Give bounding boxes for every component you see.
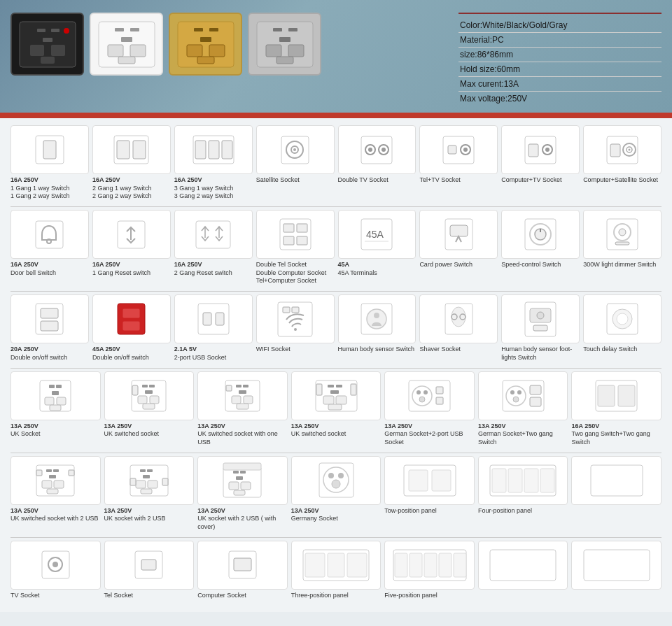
svg-rect-169 <box>147 469 153 472</box>
svg-rect-211 <box>410 553 422 577</box>
grid-cell-c5: Double TV Socket <box>338 125 416 185</box>
svg-rect-3 <box>43 38 52 42</box>
svg-point-59 <box>629 148 631 150</box>
product-img-gold <box>169 13 242 76</box>
svg-rect-86 <box>122 308 140 318</box>
grid-cell-c2: 16A 250V2 Gang 1 way Switch2 Gang 2 way … <box>92 125 171 201</box>
item-box-g2 <box>104 456 195 505</box>
grid-cell-e4: WIFI Socket <box>256 294 335 354</box>
svg-rect-134 <box>336 385 342 387</box>
svg-rect-165 <box>36 470 42 476</box>
svg-rect-121 <box>150 396 159 404</box>
item-box-c6 <box>419 125 498 174</box>
svg-rect-212 <box>424 553 437 577</box>
product-white <box>90 13 163 78</box>
svg-rect-16 <box>194 28 203 31</box>
svg-rect-66 <box>297 224 307 232</box>
svg-point-186 <box>328 473 334 478</box>
item-label-d6: Card power Switch <box>419 261 472 269</box>
item-label-h5: Five-position panel <box>384 592 438 600</box>
svg-rect-119 <box>145 390 153 394</box>
grid-cell-f2: 13A 250VUK switched socket <box>104 371 195 439</box>
svg-rect-193 <box>492 469 506 492</box>
svg-rect-26 <box>266 45 281 57</box>
item-label-g2: 13A 250VUK socket with 2 USB <box>104 507 166 523</box>
grid-cell-e7: Human body sensor foot-lights Switch <box>501 294 580 362</box>
svg-rect-146 <box>436 387 443 394</box>
svg-rect-126 <box>243 385 248 387</box>
svg-rect-56 <box>610 144 620 157</box>
header-right: Color:White/Black/Gold/GrayMaterial:PCsi… <box>451 7 662 106</box>
svg-point-104 <box>537 312 544 319</box>
item-label-g4: 13A 250VGermany Socket <box>291 507 338 523</box>
svg-rect-11 <box>121 37 132 42</box>
svg-rect-125 <box>236 385 241 387</box>
svg-rect-175 <box>162 478 168 485</box>
grid-cell-f6: 13A 250VGerman Socket+Two gang Switch <box>478 371 568 447</box>
grid-cell-g6: Four-position panel <box>478 456 568 515</box>
item-box-e3 <box>174 294 253 343</box>
svg-rect-123 <box>132 385 138 395</box>
svg-rect-215 <box>490 550 556 581</box>
black-socket-svg <box>16 18 79 71</box>
item-label-d3: 16A 250V2 Gang Reset switch <box>174 261 232 277</box>
grid-cell-h3: Computer Socket <box>197 541 288 600</box>
grid-cell-h4: Three-position panel <box>291 541 382 600</box>
item-box-h3 <box>197 541 288 590</box>
grid-cell-c3: 16A 250V3 Gang 1 way Switch3 Gang 2 way … <box>174 125 253 201</box>
param-row: Material:PC <box>458 33 662 48</box>
grid-row-1: 16A 250VDoor bell Switch16A 250V1 Gang R… <box>10 210 662 285</box>
section-divider-4 <box>10 537 662 538</box>
item-box-c5 <box>338 125 416 174</box>
item-box-c2 <box>92 125 171 174</box>
svg-rect-21 <box>197 57 214 64</box>
svg-rect-24 <box>288 28 298 31</box>
grid-cell-g3: 13A 250VUK socket with 2 USB ( with cove… <box>197 456 288 532</box>
item-label-e1: 20A 250VDouble on/off switch <box>10 346 67 362</box>
item-label-c5: Double TV Socket <box>338 176 388 185</box>
svg-point-151 <box>517 390 522 394</box>
svg-rect-161 <box>49 475 56 478</box>
svg-rect-12 <box>108 45 123 57</box>
grid-cell-c8: Computer+Satellite Socket <box>583 125 662 185</box>
svg-rect-4 <box>30 45 44 56</box>
svg-rect-1 <box>37 29 46 32</box>
svg-point-188 <box>332 480 340 488</box>
svg-rect-214 <box>454 553 466 577</box>
svg-rect-213 <box>439 553 451 577</box>
svg-rect-181 <box>229 482 239 490</box>
svg-rect-194 <box>508 469 522 492</box>
param-row: Color:White/Black/Gold/Gray <box>458 18 662 33</box>
item-box-c7 <box>501 125 580 174</box>
item-label-d8: 300W light dimmer Switch <box>583 261 656 269</box>
grid-cell-e5: Human body sensor Switch <box>338 294 416 354</box>
svg-rect-117 <box>142 385 148 387</box>
item-box-g5 <box>384 456 475 505</box>
grid-cell-h2: Tel Socket <box>104 541 195 600</box>
svg-rect-33 <box>133 141 146 159</box>
svg-rect-177 <box>223 463 261 470</box>
grid-row-3: 13A 250VUK Socket13A 250VUK switched soc… <box>10 371 662 447</box>
item-box-d7 <box>501 210 580 259</box>
svg-rect-197 <box>591 465 643 496</box>
svg-rect-135 <box>330 390 339 394</box>
svg-rect-162 <box>42 481 52 488</box>
item-box-h4 <box>291 541 382 590</box>
param-row: Max curent:13A <box>458 77 662 92</box>
grid-cell-f3: 13A 250VUK switched socket with one USB <box>197 371 288 447</box>
svg-rect-207 <box>328 553 344 577</box>
svg-text:45A: 45A <box>366 229 384 240</box>
grid-cell-g4: 13A 250VGermany Socket <box>291 456 382 523</box>
svg-rect-93 <box>283 307 290 313</box>
svg-rect-14 <box>118 57 135 64</box>
svg-point-46 <box>382 148 386 152</box>
svg-rect-196 <box>540 469 554 492</box>
svg-rect-113 <box>45 397 54 405</box>
svg-rect-140 <box>351 384 356 395</box>
grid-cell-f5: 13A 250VGerman Socket+2-port USB Socket <box>384 371 475 447</box>
item-label-e8: Touch delay Switch <box>583 346 637 354</box>
svg-rect-52 <box>528 144 538 157</box>
svg-point-97 <box>374 313 379 318</box>
svg-rect-166 <box>69 470 74 476</box>
svg-rect-182 <box>241 482 251 490</box>
